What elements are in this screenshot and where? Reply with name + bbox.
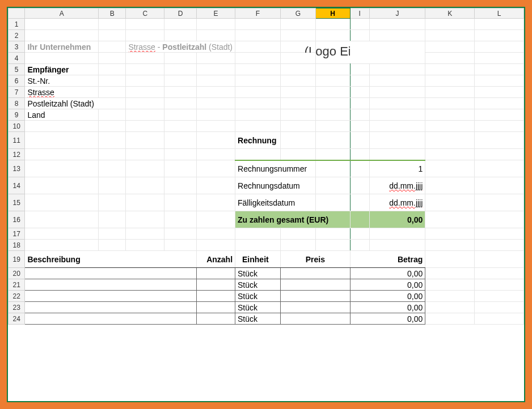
invoice-due-label[interactable]: Fälligkeitsdatum [235, 194, 316, 211]
corner-cell[interactable] [9, 8, 25, 19]
line-amount[interactable]: 0,00 [350, 291, 425, 302]
row-11[interactable]: 11 [9, 132, 25, 149]
col-B[interactable]: B [99, 8, 126, 19]
row-12[interactable]: 12 [9, 149, 25, 160]
col-C[interactable]: C [126, 8, 164, 19]
col-L[interactable]: L [475, 8, 524, 19]
line-unit[interactable]: Stück [235, 268, 281, 279]
invoice-date-value[interactable]: dd.mm.jjjj [369, 177, 425, 194]
row-9[interactable]: 9 [9, 109, 25, 121]
line-desc[interactable] [25, 268, 197, 279]
row-24[interactable]: 24 [9, 313, 25, 325]
company-address[interactable]: Strasse - Postleitzahl (Stadt) [126, 41, 235, 53]
row-22[interactable]: 22 [9, 291, 25, 302]
row-6[interactable]: 6 [9, 75, 25, 87]
line-qty[interactable] [197, 268, 235, 279]
row-10[interactable]: 10 [9, 121, 25, 132]
invoice-number-label[interactable]: Rechnungsnummer [235, 160, 316, 177]
row-19[interactable]: 19 [9, 251, 25, 268]
row-1[interactable]: 1 [9, 19, 25, 30]
line-amount[interactable]: 0,00 [350, 279, 425, 291]
recipient-taxno[interactable]: St.-Nr. [25, 75, 99, 87]
line-unit[interactable]: Stück [235, 313, 281, 325]
row-14[interactable]: 14 [9, 177, 25, 194]
invoice-due-value[interactable]: dd.mm.jjjj [369, 194, 425, 211]
row-18[interactable]: 18 [9, 240, 25, 251]
row-15[interactable]: 15 [9, 194, 25, 211]
col-H-selected[interactable]: H [315, 8, 350, 19]
row-23[interactable]: 23 [9, 302, 25, 313]
row-13[interactable]: 13 [9, 160, 25, 177]
row-7[interactable]: 7 [9, 87, 25, 98]
invoice-total-label[interactable]: Zu zahlen gesamt (EUR) [235, 211, 351, 228]
line-amount[interactable]: 0,00 [350, 302, 425, 313]
th-desc[interactable]: Beschreibung [25, 251, 197, 268]
invoice-total-value[interactable]: 0,00 [369, 211, 425, 228]
cell[interactable] [25, 19, 99, 30]
line-unit[interactable]: Stück [235, 302, 281, 313]
row-17[interactable]: 17 [9, 228, 25, 240]
invoice-date-label[interactable]: Rechnungsdatum [235, 177, 316, 194]
col-J[interactable]: J [369, 8, 425, 19]
row-21[interactable]: 21 [9, 279, 25, 291]
row-8[interactable]: 8 [9, 98, 25, 109]
company-name[interactable]: Ihr Unternehmen [25, 41, 99, 53]
spreadsheet-grid[interactable]: A B C D E F G H I J K L 1 2 3 Ihr Untern… [7, 7, 525, 402]
column-headers[interactable]: A B C D E F G H I J K L [9, 8, 524, 19]
line-price[interactable] [281, 268, 351, 279]
recipient-country[interactable]: Land [25, 109, 99, 121]
invoice-number-value[interactable]: 1 [369, 160, 425, 177]
row-20[interactable]: 20 [9, 268, 25, 279]
col-A[interactable]: A [25, 8, 99, 19]
line-amount[interactable]: 0,00 [350, 313, 425, 325]
row-16[interactable]: 16 [9, 211, 25, 228]
col-D[interactable]: D [164, 8, 197, 19]
col-F[interactable]: F [235, 8, 281, 19]
line-unit[interactable]: Stück [235, 291, 281, 302]
col-G[interactable]: G [281, 8, 316, 19]
th-qty[interactable]: Anzahl [197, 251, 235, 268]
row-2[interactable]: 2 [9, 30, 25, 41]
col-E[interactable]: E [197, 8, 235, 19]
row-4[interactable]: 4 [9, 53, 25, 64]
th-amount[interactable]: Betrag [350, 251, 425, 268]
col-K[interactable]: K [425, 8, 475, 19]
invoice-title[interactable]: Rechnung [235, 132, 281, 149]
line-unit[interactable]: Stück [235, 279, 281, 291]
recipient-street[interactable]: Strasse [25, 87, 99, 98]
th-price[interactable]: Preis [281, 251, 351, 268]
recipient-title[interactable]: Empfänger [25, 64, 99, 75]
recipient-zipcity[interactable]: Postleitzahl (Stadt) [25, 98, 126, 109]
row-3[interactable]: 3 [9, 41, 25, 53]
th-unit[interactable]: Einheit [235, 251, 281, 268]
col-I[interactable]: I [350, 8, 369, 19]
row-5[interactable]: 5 [9, 64, 25, 75]
line-amount[interactable]: 0,00 [350, 268, 425, 279]
